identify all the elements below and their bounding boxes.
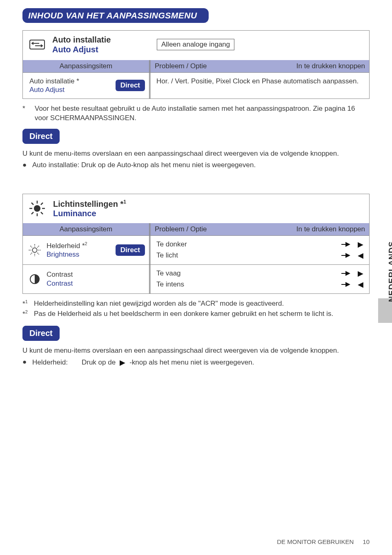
contrast-opt-vague: Te vaag xyxy=(156,268,181,279)
brightness-opt-light: Te licht xyxy=(156,250,178,261)
svg-line-10 xyxy=(41,203,43,205)
direct-badge: Direct xyxy=(116,80,145,91)
auto-title-en: Auto Adjust xyxy=(52,45,150,54)
svg-line-8 xyxy=(31,203,33,205)
triangle-left-icon: ◀ xyxy=(358,250,363,261)
auto-row-label-en: Auto Adjust xyxy=(29,85,79,94)
footer-section-name: DE MONITOR GEBRUIKEN xyxy=(277,538,354,545)
lum-col-problem: Probleem / Optie xyxy=(155,225,207,233)
contrast-label-en: Contrast xyxy=(47,279,73,288)
contrast-opt-intense: Te intens xyxy=(156,279,184,290)
luminance-table: Lichtinstellingen *1 Luminance Aanpassin… xyxy=(22,194,370,294)
bullet-brightness: ● Helderheid: Druk op de ▶ -knop als het… xyxy=(22,358,370,367)
bullet-auto-text: Auto installatie: Druk op de Auto-knop a… xyxy=(32,161,256,169)
luminance-title-en: Luminance xyxy=(53,209,126,218)
side-tab-bg xyxy=(378,298,392,323)
bullet-bright-suffix: -knop als het menu niet is weergegeven. xyxy=(129,358,254,367)
triangle-right-icon: ▶ xyxy=(358,239,363,250)
direct-heading-2: Direct xyxy=(22,326,60,341)
direct-heading-1: Direct xyxy=(22,129,60,144)
hand-right-icon xyxy=(341,269,351,278)
footnote-2: Pas de Helderheid als u het beeldscherm … xyxy=(34,309,333,319)
col-problem-label: Probleem / Optie xyxy=(155,62,207,70)
contrast-icon xyxy=(29,273,40,285)
col-item-label: Aanpassingsitem xyxy=(23,60,149,72)
brightness-opt-dark: Te donker xyxy=(156,239,187,250)
bullet-bright-mid: Druk op de xyxy=(82,358,116,367)
auto-header-row: Auto installatie Auto Adjust Alleen anal… xyxy=(23,31,369,60)
auto-install-table: Auto installatie Auto Adjust Alleen anal… xyxy=(22,30,370,99)
svg-rect-0 xyxy=(30,40,45,49)
sun-filled-icon xyxy=(29,200,46,217)
luminance-header: Lichtinstellingen *1 Luminance xyxy=(23,194,369,223)
contrast-label-nl: Contrast xyxy=(47,270,73,279)
asterisk-icon: * xyxy=(22,104,30,123)
svg-point-12 xyxy=(32,248,37,252)
page-footer: DE MONITOR GEBRUIKEN 10 xyxy=(277,538,370,545)
language-side-tab: NEDERLANDS xyxy=(387,241,392,302)
star-note-text: Voor het beste resultaat gebruikt u de A… xyxy=(35,104,370,123)
bullet-dot-icon: ● xyxy=(22,161,28,169)
triangle-right-icon: ▶ xyxy=(120,358,125,367)
auto-row-label-nl: Auto installatie * xyxy=(29,77,79,85)
brightness-label-nl: Helderheid * xyxy=(47,242,85,250)
luminance-title-nl: Lichtinstellingen * xyxy=(53,199,123,208)
svg-line-9 xyxy=(41,212,43,214)
footnote-1: Helderheidinstelling kan niet gewijzigd … xyxy=(34,299,284,309)
brightness-row: Helderheid *2 Brightness Direct Te donke… xyxy=(23,235,369,264)
auto-row: Auto installatie * Auto Adjust Direct Ho… xyxy=(23,72,369,98)
star-note: * Voor het beste resultaat gebruikt u de… xyxy=(22,104,370,123)
svg-line-18 xyxy=(37,253,39,254)
svg-point-3 xyxy=(34,205,40,212)
luminance-titles: Lichtinstellingen *1 Luminance xyxy=(53,199,126,218)
auto-titles: Auto installatie Auto Adjust xyxy=(52,35,150,54)
hand-right-icon xyxy=(341,280,351,289)
bullet-auto: ● Auto installatie: Druk op de Auto-knop… xyxy=(22,161,370,169)
brightness-label-en: Brightness xyxy=(47,250,87,259)
auto-column-header: Aanpassingsitem Probleem / Optie In te d… xyxy=(23,60,369,72)
auto-adjust-icon xyxy=(29,38,46,51)
triangle-left-icon: ◀ xyxy=(358,279,363,290)
svg-line-17 xyxy=(30,246,32,247)
triangle-right-icon: ▶ xyxy=(358,268,363,279)
direct-paragraph-2: U kunt de menu-items overslaan en een aa… xyxy=(22,346,370,356)
hand-right-icon xyxy=(341,251,351,260)
page-number: 10 xyxy=(363,538,370,545)
col-buttons-label: In te drukken knoppen xyxy=(296,62,365,70)
bullet-dot-icon: ● xyxy=(22,358,28,367)
svg-line-11 xyxy=(31,212,33,214)
bullet-bright-prefix: Helderheid: xyxy=(32,358,68,367)
footnotes: *1Helderheidinstelling kan niet gewijzig… xyxy=(22,299,370,320)
svg-line-20 xyxy=(30,253,32,254)
luminance-column-header: Aanpassingsitem Probleem / Optie In te d… xyxy=(23,223,369,235)
auto-row-desc: Hor. / Vert. Positie, Pixel Clock en Pha… xyxy=(149,73,369,98)
lum-col-buttons: In te drukken knoppen xyxy=(296,225,365,233)
auto-title-nl: Auto installatie xyxy=(52,35,150,45)
analog-only-note: Alleen analoge ingang xyxy=(157,39,234,50)
page-title: INHOUD VAN HET AANPASSINGSMENU xyxy=(22,8,209,23)
svg-line-19 xyxy=(37,246,39,247)
direct-paragraph-1: U kunt de menu-items overslaan en een aa… xyxy=(22,149,370,159)
brightness-direct-badge: Direct xyxy=(116,244,145,256)
sun-outline-icon xyxy=(28,243,42,257)
contrast-row: Contrast Contrast Te vaag ▶ Te intens ◀ xyxy=(23,264,369,293)
lum-col-item: Aanpassingsitem xyxy=(23,223,149,235)
hand-right-icon xyxy=(341,240,351,249)
